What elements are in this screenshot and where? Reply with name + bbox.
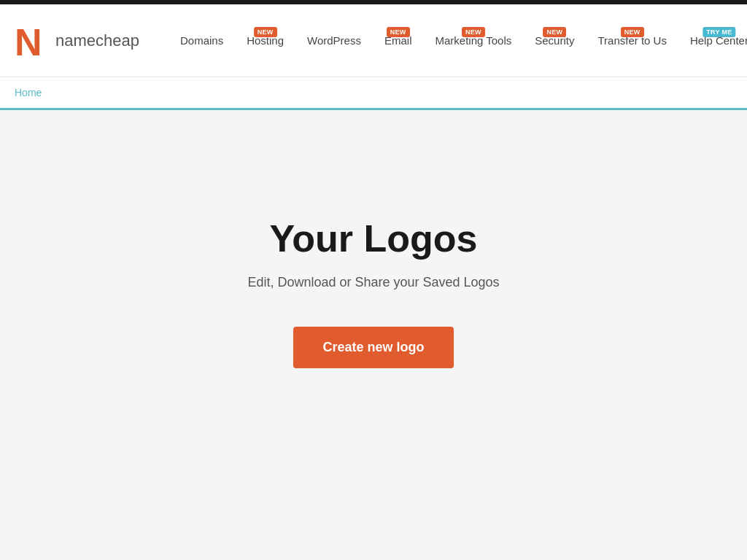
create-new-logo-button[interactable]: Create new logo xyxy=(293,327,453,368)
svg-text:N: N xyxy=(15,23,42,58)
page-subtitle: Edit, Download or Share your Saved Logos xyxy=(247,275,499,290)
breadcrumb-bar: Home xyxy=(0,77,747,110)
badge-security: NEW xyxy=(543,27,566,37)
namecheap-logo-icon: N xyxy=(15,23,50,58)
nav-item-help-center[interactable]: TRY ME Help Center xyxy=(678,28,747,52)
header: N namecheap Domains NEW Hosting WordPres… xyxy=(0,4,747,77)
badge-transfer-to-us: NEW xyxy=(621,27,644,37)
nav-item-transfer-to-us[interactable]: NEW Transfer to Us xyxy=(586,28,678,52)
main-content: Your Logos Edit, Download or Share your … xyxy=(0,110,747,475)
nav-item-wordpress[interactable]: WordPress xyxy=(295,28,373,52)
logo-text: namecheap xyxy=(55,31,139,50)
nav-label-wordpress: WordPress xyxy=(307,34,361,47)
main-nav: Domains NEW Hosting WordPress NEW Email … xyxy=(169,28,747,52)
badge-help-center: TRY ME xyxy=(703,27,735,37)
badge-email: NEW xyxy=(387,27,410,37)
badge-marketing-tools: NEW xyxy=(462,27,485,37)
nav-item-domains[interactable]: Domains xyxy=(169,28,235,52)
breadcrumb-home[interactable]: Home xyxy=(15,87,42,98)
nav-item-hosting[interactable]: NEW Hosting xyxy=(235,28,295,52)
nav-item-email[interactable]: NEW Email xyxy=(373,28,424,52)
badge-hosting: NEW xyxy=(254,27,277,37)
nav-item-marketing-tools[interactable]: NEW Marketing Tools xyxy=(423,28,523,52)
page-title: Your Logos xyxy=(269,217,477,260)
nav-label-domains: Domains xyxy=(180,34,223,47)
nav-item-security[interactable]: NEW Security xyxy=(523,28,586,52)
logo-link[interactable]: N namecheap xyxy=(15,23,139,58)
